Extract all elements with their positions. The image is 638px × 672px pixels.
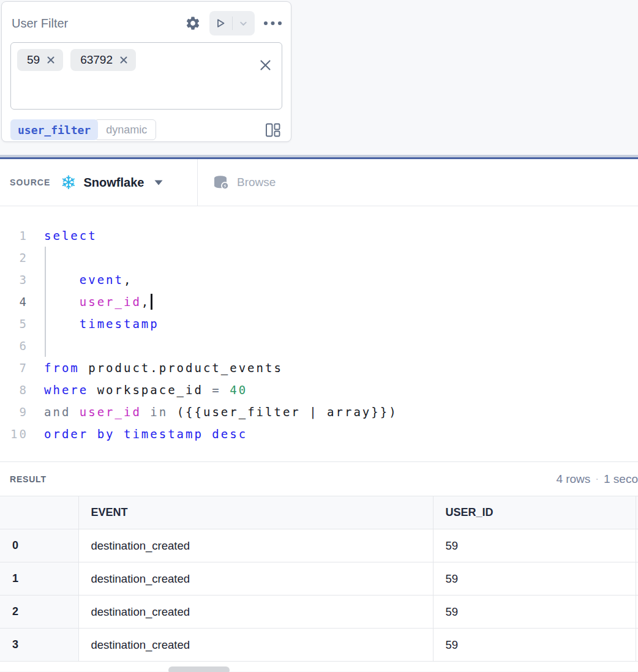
line-number: 9	[0, 401, 28, 423]
more-menu-button[interactable]	[263, 21, 282, 26]
table-cell: 59	[433, 629, 636, 662]
indent-guide	[45, 291, 46, 313]
code-token: order by timestamp desc	[44, 427, 247, 441]
table-row: 2destination_created59	[0, 595, 638, 629]
table-cell: destination_created	[78, 529, 433, 562]
variable-name-chip: user_filter	[10, 119, 98, 140]
notebook-page: User Filter	[0, 0, 638, 672]
table-horizontal-scrollbar[interactable]	[168, 666, 230, 672]
code-token: user_id	[80, 295, 141, 308]
layout-button[interactable]	[265, 122, 281, 138]
code-line[interactable]: 7from product.product_events	[0, 357, 638, 379]
gear-icon	[185, 15, 201, 31]
code-line[interactable]: 4 user_id,	[0, 291, 638, 313]
filter-title: User Filter	[12, 17, 185, 31]
code-line-content: event,	[28, 269, 638, 291]
code-token	[44, 295, 80, 308]
code-line-content	[28, 247, 638, 269]
code-line[interactable]: 6	[0, 335, 638, 357]
code-token: ,	[124, 273, 132, 286]
sql-cell: SOURCE ❄ Snowflake Browse 1select23 even…	[0, 155, 638, 671]
code-token: event	[80, 273, 124, 286]
code-line-content: timestamp	[28, 313, 638, 335]
line-number: 2	[0, 247, 28, 269]
clear-all-button[interactable]	[259, 59, 272, 72]
code-line-content	[28, 335, 638, 357]
settings-button[interactable]	[185, 15, 201, 31]
text-cursor	[151, 294, 152, 310]
source-bar-divider	[197, 159, 198, 206]
code-token	[70, 405, 79, 419]
result-table: EVENT USER_ID 0destination_created591des…	[0, 496, 638, 662]
chevron-down-icon	[239, 19, 248, 28]
code-line-content: user_id,	[28, 291, 638, 313]
code-token: ,	[141, 295, 150, 308]
result-label: RESULT	[10, 474, 47, 484]
snowflake-logo-icon: ❄	[61, 173, 77, 192]
table-cell: destination_created	[78, 562, 433, 595]
table-row: 1destination_created59	[0, 562, 638, 595]
run-split-button	[209, 11, 255, 35]
code-token: where	[44, 383, 88, 397]
table-footer-area	[0, 662, 638, 671]
column-header-event[interactable]: EVENT	[78, 496, 433, 529]
code-token: product.product_events	[80, 361, 283, 375]
run-options-button[interactable]	[233, 19, 255, 28]
code-token: from	[44, 361, 80, 375]
filter-chip: 63792	[70, 49, 136, 71]
sql-editor[interactable]: 1select23 event,4 user_id,5 timestamp67f…	[0, 206, 638, 462]
code-token	[141, 405, 150, 419]
table-row: 3destination_created59	[0, 629, 638, 662]
code-token: ({{user_filter | array}})	[168, 405, 397, 419]
remove-chip-button[interactable]	[119, 56, 128, 64]
line-number: 1	[0, 225, 28, 247]
code-token: and	[44, 405, 70, 419]
code-line-content: from product.product_events	[28, 357, 638, 379]
code-token: workspace_id	[88, 383, 212, 397]
clipped-cell	[636, 562, 638, 595]
column-header-user-id[interactable]: USER_ID	[433, 496, 636, 529]
line-number: 5	[0, 313, 28, 335]
code-line[interactable]: 3 event,	[0, 269, 638, 291]
code-token: =	[212, 383, 220, 397]
code-line[interactable]: 8where workspace_id = 40	[0, 379, 638, 401]
indent-guide	[45, 313, 46, 335]
line-number: 10	[0, 423, 28, 445]
code-line[interactable]: 9and user_id in ({{user_filter | array}}…	[0, 401, 638, 423]
code-token: 40	[230, 383, 247, 397]
row-index-cell: 1	[0, 562, 78, 595]
filter-value-input[interactable]: 59 63792	[10, 42, 282, 110]
clipped-cell	[636, 595, 638, 629]
table-header-row: EVENT USER_ID	[0, 496, 638, 529]
code-line-content: where workspace_id = 40	[28, 379, 638, 401]
indent-guide	[45, 335, 46, 357]
table-cell: 59	[433, 595, 636, 629]
remove-chip-button[interactable]	[47, 56, 55, 64]
result-row-count: 4 rows	[556, 472, 590, 486]
indent-guide	[45, 269, 46, 291]
table-cell: destination_created	[78, 629, 433, 662]
source-label: SOURCE	[10, 177, 51, 187]
play-icon	[215, 18, 226, 29]
code-line[interactable]: 10order by timestamp desc	[0, 423, 638, 445]
source-dropdown-caret-icon[interactable]	[154, 180, 163, 185]
connection-name[interactable]: Snowflake	[83, 176, 144, 190]
run-button[interactable]	[209, 18, 232, 29]
code-line[interactable]: 1select	[0, 225, 638, 247]
layout-icon	[265, 122, 281, 138]
code-token: timestamp	[80, 317, 159, 330]
code-line-content: and user_id in ({{user_filter | array}})	[28, 401, 638, 423]
filter-chip-value: 63792	[80, 53, 113, 67]
line-number: 7	[0, 357, 28, 379]
code-line[interactable]: 5 timestamp	[0, 313, 638, 335]
clipped-cell	[636, 529, 638, 562]
filter-cell-footer: user_filter dynamic	[2, 110, 291, 140]
code-token: user_id	[80, 405, 141, 419]
dynamic-badge: dynamic	[94, 119, 156, 140]
code-token	[44, 317, 80, 330]
table-row: 0destination_created59	[0, 529, 638, 562]
code-line-content: select	[28, 225, 638, 247]
code-line[interactable]: 2	[0, 247, 638, 269]
line-number: 3	[0, 269, 28, 291]
browse-button[interactable]: Browse	[213, 175, 276, 190]
